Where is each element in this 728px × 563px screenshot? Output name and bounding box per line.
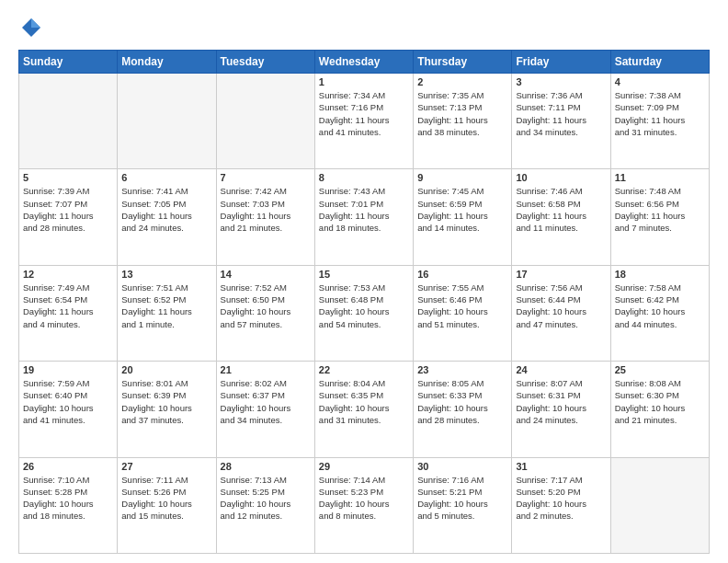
calendar-cell	[19, 74, 118, 169]
calendar-cell: 22Sunrise: 8:04 AM Sunset: 6:35 PM Dayli…	[314, 362, 413, 457]
day-info: Sunrise: 7:45 AM Sunset: 6:59 PM Dayligh…	[417, 185, 507, 234]
day-number: 22	[319, 364, 409, 375]
calendar-cell: 4Sunrise: 7:38 AM Sunset: 7:09 PM Daylig…	[610, 74, 709, 169]
day-number: 20	[121, 364, 211, 375]
day-number: 13	[121, 269, 211, 280]
day-info: Sunrise: 7:36 AM Sunset: 7:11 PM Dayligh…	[516, 89, 606, 138]
day-number: 11	[615, 172, 705, 183]
day-info: Sunrise: 7:43 AM Sunset: 7:01 PM Dayligh…	[319, 185, 409, 234]
calendar-cell: 1Sunrise: 7:34 AM Sunset: 7:16 PM Daylig…	[314, 74, 413, 169]
calendar-cell: 12Sunrise: 7:49 AM Sunset: 6:54 PM Dayli…	[19, 265, 118, 361]
day-number: 4	[615, 76, 705, 87]
day-info: Sunrise: 7:52 AM Sunset: 6:50 PM Dayligh…	[221, 282, 311, 330]
calendar-cell: 2Sunrise: 7:35 AM Sunset: 7:13 PM Daylig…	[414, 74, 512, 169]
calendar-cell: 10Sunrise: 7:46 AM Sunset: 6:58 PM Dayli…	[512, 169, 610, 265]
calendar-cell: 3Sunrise: 7:36 AM Sunset: 7:11 PM Daylig…	[512, 74, 610, 169]
calendar-week-2: 5Sunrise: 7:39 AM Sunset: 7:07 PM Daylig…	[19, 169, 710, 265]
day-number: 24	[516, 364, 606, 375]
calendar-cell: 15Sunrise: 7:53 AM Sunset: 6:48 PM Dayli…	[314, 265, 413, 361]
day-info: Sunrise: 7:42 AM Sunset: 7:03 PM Dayligh…	[221, 185, 311, 234]
day-number: 17	[516, 269, 606, 280]
day-info: Sunrise: 7:56 AM Sunset: 6:44 PM Dayligh…	[516, 282, 606, 330]
day-number: 29	[319, 461, 409, 472]
day-number: 8	[319, 172, 409, 183]
day-number: 18	[615, 269, 705, 280]
calendar-cell: 28Sunrise: 7:13 AM Sunset: 5:25 PM Dayli…	[216, 457, 314, 553]
day-number: 28	[221, 461, 311, 472]
calendar-cell: 20Sunrise: 8:01 AM Sunset: 6:39 PM Dayli…	[118, 362, 216, 457]
calendar-cell: 17Sunrise: 7:56 AM Sunset: 6:44 PM Dayli…	[512, 265, 610, 361]
day-info: Sunrise: 7:51 AM Sunset: 6:52 PM Dayligh…	[121, 282, 211, 330]
calendar-cell: 9Sunrise: 7:45 AM Sunset: 6:59 PM Daylig…	[414, 169, 512, 265]
day-info: Sunrise: 8:01 AM Sunset: 6:39 PM Dayligh…	[121, 377, 211, 426]
calendar-cell: 23Sunrise: 8:05 AM Sunset: 6:33 PM Dayli…	[414, 362, 512, 457]
day-number: 5	[23, 172, 113, 183]
calendar-cell: 27Sunrise: 7:11 AM Sunset: 5:26 PM Dayli…	[118, 457, 216, 553]
weekday-header-saturday: Saturday	[610, 51, 709, 74]
day-info: Sunrise: 7:46 AM Sunset: 6:58 PM Dayligh…	[516, 185, 606, 234]
calendar-cell: 16Sunrise: 7:55 AM Sunset: 6:46 PM Dayli…	[414, 265, 512, 361]
day-info: Sunrise: 8:07 AM Sunset: 6:31 PM Dayligh…	[516, 377, 606, 426]
day-number: 31	[516, 461, 606, 472]
day-info: Sunrise: 7:58 AM Sunset: 6:42 PM Dayligh…	[615, 282, 705, 330]
day-number: 16	[417, 269, 507, 280]
calendar-cell	[610, 457, 709, 553]
day-number: 30	[417, 461, 507, 472]
calendar-cell: 5Sunrise: 7:39 AM Sunset: 7:07 PM Daylig…	[19, 169, 118, 265]
calendar-cell: 30Sunrise: 7:16 AM Sunset: 5:21 PM Dayli…	[414, 457, 512, 553]
calendar-week-4: 19Sunrise: 7:59 AM Sunset: 6:40 PM Dayli…	[19, 362, 710, 457]
day-info: Sunrise: 8:08 AM Sunset: 6:30 PM Dayligh…	[615, 377, 705, 426]
calendar-cell: 19Sunrise: 7:59 AM Sunset: 6:40 PM Dayli…	[19, 362, 118, 457]
day-info: Sunrise: 7:59 AM Sunset: 6:40 PM Dayligh…	[23, 377, 113, 426]
calendar-cell: 29Sunrise: 7:14 AM Sunset: 5:23 PM Dayli…	[314, 457, 413, 553]
day-info: Sunrise: 8:04 AM Sunset: 6:35 PM Dayligh…	[319, 377, 409, 426]
calendar-cell: 18Sunrise: 7:58 AM Sunset: 6:42 PM Dayli…	[610, 265, 709, 361]
day-number: 25	[615, 364, 705, 375]
day-info: Sunrise: 7:34 AM Sunset: 7:16 PM Dayligh…	[319, 89, 409, 138]
day-info: Sunrise: 7:38 AM Sunset: 7:09 PM Dayligh…	[615, 89, 705, 138]
day-info: Sunrise: 7:14 AM Sunset: 5:23 PM Dayligh…	[319, 474, 409, 523]
calendar-cell: 26Sunrise: 7:10 AM Sunset: 5:28 PM Dayli…	[19, 457, 118, 553]
day-info: Sunrise: 7:13 AM Sunset: 5:25 PM Dayligh…	[221, 474, 311, 523]
day-info: Sunrise: 7:53 AM Sunset: 6:48 PM Dayligh…	[319, 282, 409, 330]
day-info: Sunrise: 7:48 AM Sunset: 6:56 PM Dayligh…	[615, 185, 705, 234]
day-info: Sunrise: 7:41 AM Sunset: 7:05 PM Dayligh…	[121, 185, 211, 234]
calendar-cell: 21Sunrise: 8:02 AM Sunset: 6:37 PM Dayli…	[216, 362, 314, 457]
weekday-header-friday: Friday	[512, 51, 610, 74]
day-info: Sunrise: 8:02 AM Sunset: 6:37 PM Dayligh…	[221, 377, 311, 426]
day-number: 10	[516, 172, 606, 183]
day-info: Sunrise: 7:17 AM Sunset: 5:20 PM Dayligh…	[516, 474, 606, 523]
day-number: 12	[23, 269, 113, 280]
day-number: 2	[417, 76, 507, 87]
day-info: Sunrise: 7:39 AM Sunset: 7:07 PM Dayligh…	[23, 185, 113, 234]
day-number: 26	[23, 461, 113, 472]
day-number: 27	[121, 461, 211, 472]
day-number: 15	[319, 269, 409, 280]
calendar-week-3: 12Sunrise: 7:49 AM Sunset: 6:54 PM Dayli…	[19, 265, 710, 361]
calendar-cell: 24Sunrise: 8:07 AM Sunset: 6:31 PM Dayli…	[512, 362, 610, 457]
day-info: Sunrise: 7:55 AM Sunset: 6:46 PM Dayligh…	[417, 282, 507, 330]
calendar-week-5: 26Sunrise: 7:10 AM Sunset: 5:28 PM Dayli…	[19, 457, 710, 553]
calendar-cell: 11Sunrise: 7:48 AM Sunset: 6:56 PM Dayli…	[610, 169, 709, 265]
day-info: Sunrise: 7:49 AM Sunset: 6:54 PM Dayligh…	[23, 282, 113, 330]
calendar-table: SundayMondayTuesdayWednesdayThursdayFrid…	[18, 50, 710, 554]
weekday-header-wednesday: Wednesday	[314, 51, 413, 74]
day-number: 7	[221, 172, 311, 183]
day-number: 3	[516, 76, 606, 87]
calendar-cell: 14Sunrise: 7:52 AM Sunset: 6:50 PM Dayli…	[216, 265, 314, 361]
calendar-cell: 13Sunrise: 7:51 AM Sunset: 6:52 PM Dayli…	[118, 265, 216, 361]
day-number: 14	[221, 269, 311, 280]
calendar-cell: 25Sunrise: 8:08 AM Sunset: 6:30 PM Dayli…	[610, 362, 709, 457]
day-number: 6	[121, 172, 211, 183]
day-info: Sunrise: 8:05 AM Sunset: 6:33 PM Dayligh…	[417, 377, 507, 426]
day-info: Sunrise: 7:10 AM Sunset: 5:28 PM Dayligh…	[23, 474, 113, 523]
day-number: 9	[417, 172, 507, 183]
day-number: 23	[417, 364, 507, 375]
calendar-cell	[118, 74, 216, 169]
day-info: Sunrise: 7:35 AM Sunset: 7:13 PM Dayligh…	[417, 89, 507, 138]
page: SundayMondayTuesdayWednesdayThursdayFrid…	[0, 0, 728, 563]
calendar-cell	[216, 74, 314, 169]
calendar-cell: 7Sunrise: 7:42 AM Sunset: 7:03 PM Daylig…	[216, 169, 314, 265]
calendar-cell: 6Sunrise: 7:41 AM Sunset: 7:05 PM Daylig…	[118, 169, 216, 265]
calendar-cell: 31Sunrise: 7:17 AM Sunset: 5:20 PM Dayli…	[512, 457, 610, 553]
